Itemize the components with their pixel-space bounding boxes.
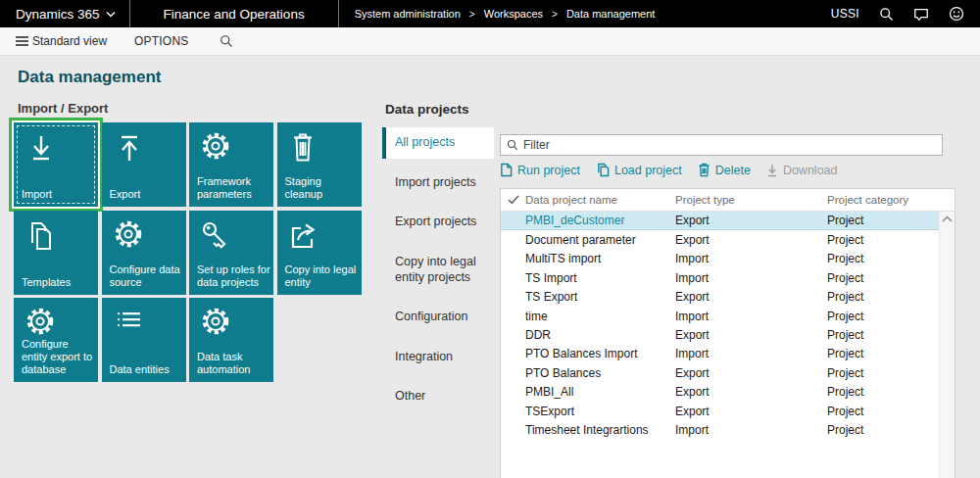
share-arrow-icon: [287, 219, 322, 255]
cell-project-category: Project: [827, 423, 955, 437]
list-icon: [112, 307, 147, 342]
column-header-type[interactable]: Project type: [675, 194, 827, 206]
cell-project-type: Export: [675, 233, 827, 247]
breadcrumb-separator: >: [469, 9, 475, 20]
tile-label: Data entities: [110, 363, 183, 376]
tile-label: Data task automation: [197, 351, 270, 376]
cell-project-name: TSExport: [525, 405, 675, 418]
command-search-icon[interactable]: [206, 27, 247, 55]
tile-copy-into-legal-entity[interactable]: Copy into legal entity: [277, 211, 362, 295]
tile-configure-data-source[interactable]: Configure data source: [102, 211, 186, 295]
grid-scrollbar[interactable]: [939, 212, 955, 478]
delete-label: Delete: [715, 164, 751, 177]
gear-icon: [24, 307, 59, 342]
table-row[interactable]: Timesheet Integrartions Import Project: [501, 420, 955, 439]
tab-configuration[interactable]: Configuration: [382, 302, 494, 333]
download-label: Download: [783, 164, 838, 177]
copy-pages-icon: [24, 219, 59, 255]
tile-templates[interactable]: Templates: [14, 211, 98, 295]
data-projects-title: Data projects: [385, 102, 469, 117]
cell-project-category: Project: [827, 385, 955, 399]
tab-import-projects[interactable]: Import projects: [382, 167, 494, 199]
cell-project-type: Export: [675, 405, 827, 418]
table-row[interactable]: PMBI_All Export Project: [501, 383, 955, 402]
tab-export-projects[interactable]: Export projects: [382, 207, 494, 238]
app-name-link[interactable]: Finance and Operations: [130, 0, 338, 27]
tile-configure-entity-export[interactable]: Configure entity export to database: [14, 298, 98, 382]
cell-project-type: Export: [675, 366, 827, 380]
table-row[interactable]: TS Import Import Project: [501, 268, 955, 287]
tile-data-entities[interactable]: Data entities: [102, 298, 186, 382]
chevron-down-icon: [106, 11, 116, 18]
import-arrow-icon: [24, 131, 59, 167]
feedback-bubble-icon[interactable]: [913, 7, 929, 22]
download-icon: [766, 164, 778, 177]
product-name: Dynamics 365: [16, 7, 100, 22]
search-icon: [507, 139, 518, 151]
table-row[interactable]: PMBI_deCustomer Export Project: [501, 212, 955, 230]
app-name: Finance and Operations: [164, 7, 305, 22]
tab-other[interactable]: Other: [382, 381, 494, 412]
tile-staging-cleanup[interactable]: Staging cleanup: [277, 122, 362, 207]
grid-header-row: Data project name Project type Project c…: [501, 189, 955, 212]
gear-icon: [199, 307, 234, 342]
table-row[interactable]: PTO Balances Export Project: [501, 363, 955, 382]
tab-integration[interactable]: Integration: [382, 342, 494, 373]
checkmark-icon[interactable]: [501, 195, 525, 205]
cell-project-category: Project: [827, 405, 955, 418]
project-tabs: All projects Import projects Export proj…: [382, 127, 494, 421]
run-project-button[interactable]: Run project: [500, 163, 580, 177]
cell-project-type: Import: [675, 310, 827, 323]
table-row[interactable]: DDR Export Project: [501, 325, 955, 344]
tile-label: Configure data source: [110, 263, 183, 289]
table-row[interactable]: TSExport Export Project: [501, 402, 955, 420]
run-page-icon: [500, 163, 513, 177]
view-list-icon: [16, 36, 28, 47]
column-header-category[interactable]: Project category: [827, 194, 955, 206]
tile-export[interactable]: Export: [102, 122, 186, 207]
cell-project-name: Document parameter: [525, 233, 675, 247]
tile-label: Copy into legal entity: [285, 263, 359, 289]
cell-project-type: Import: [675, 347, 827, 360]
cell-project-name: PMBI_All: [525, 385, 675, 399]
options-menu[interactable]: OPTIONS: [117, 27, 206, 55]
breadcrumb-current-page[interactable]: Data management: [566, 8, 656, 20]
table-row[interactable]: PTO Balances Import Import Project: [501, 345, 955, 363]
dynamics-365-menu[interactable]: Dynamics 365: [0, 0, 129, 27]
tab-all-projects[interactable]: All projects: [382, 127, 494, 159]
cell-project-category: Project: [827, 271, 955, 285]
load-project-label: Load project: [614, 164, 682, 177]
load-project-button[interactable]: Load project: [596, 163, 682, 177]
table-row[interactable]: Document parameter Export Project: [501, 230, 955, 249]
column-header-name[interactable]: Data project name: [525, 194, 675, 206]
gear-icon: [112, 219, 147, 255]
tab-copy-into-legal-entity-projects[interactable]: Copy into legal entity projects: [382, 247, 494, 293]
breadcrumb-module[interactable]: System administration: [355, 8, 461, 20]
table-row[interactable]: MultiTS import Import Project: [501, 250, 955, 268]
scroll-up-icon[interactable]: [942, 215, 953, 222]
dynamics-365-window: Dynamics 365 Finance and Operations Syst…: [0, 0, 980, 478]
tile-data-task-automation[interactable]: Data task automation: [189, 298, 273, 382]
cell-project-category: Project: [827, 233, 955, 247]
smiley-icon[interactable]: [949, 6, 964, 22]
tile-import[interactable]: Import: [14, 122, 98, 207]
search-icon[interactable]: [879, 7, 894, 22]
breadcrumb: System administration > Workspaces > Dat…: [339, 0, 671, 27]
company-picker[interactable]: USSI: [831, 7, 859, 21]
load-copy-icon: [596, 163, 610, 177]
standard-view-button[interactable]: Standard view: [6, 27, 117, 55]
breadcrumb-workspaces[interactable]: Workspaces: [484, 8, 543, 20]
tile-label: Set up roles for data projects: [197, 263, 270, 289]
grid-action-bar: Run project Load project Delete Download: [500, 163, 837, 177]
run-project-label: Run project: [517, 164, 580, 177]
tile-set-up-roles[interactable]: Set up roles for data projects: [189, 211, 273, 295]
download-button[interactable]: Download: [766, 164, 838, 177]
tile-framework-parameters[interactable]: Framework parameters: [189, 122, 273, 207]
filter-input[interactable]: [523, 138, 936, 152]
cell-project-category: Project: [827, 328, 955, 342]
table-row[interactable]: time Import Project: [501, 307, 955, 325]
table-row[interactable]: TS Export Export Project: [501, 288, 955, 307]
delete-trash-icon: [698, 163, 710, 177]
tile-label: Configure entity export to database: [22, 338, 95, 376]
delete-button[interactable]: Delete: [698, 163, 751, 177]
